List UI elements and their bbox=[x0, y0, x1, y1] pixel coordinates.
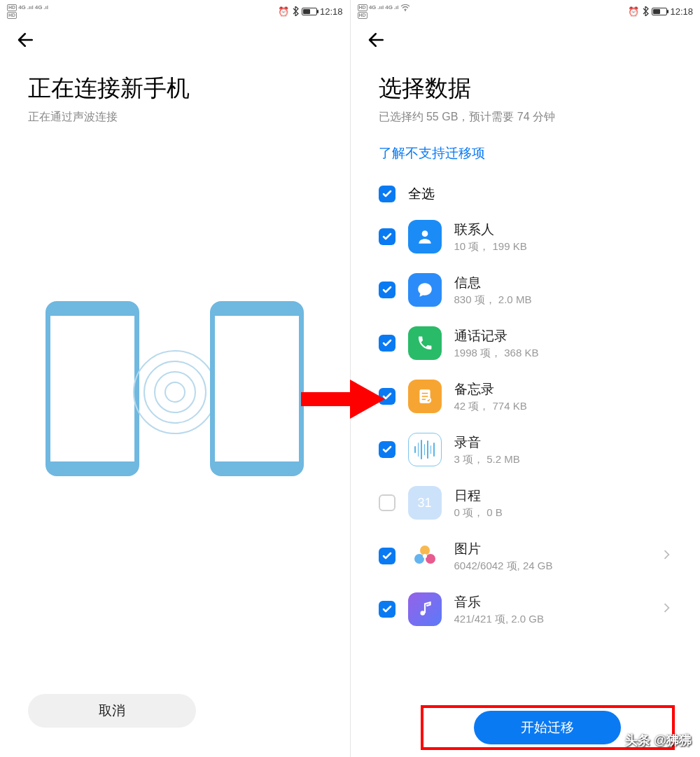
status-right: ⏰ 12:18 bbox=[628, 6, 693, 17]
alarm-icon: ⏰ bbox=[278, 6, 289, 17]
screen-connecting: HD 4G .ııl 4G .ıl HD ⏰ 12:18 正在连接 bbox=[0, 0, 351, 757]
item-info: 音乐421/421 项, 2.0 GB bbox=[454, 593, 650, 626]
item-checkbox[interactable] bbox=[379, 441, 396, 458]
status-left: HD 4G .ııl 4G .ıl HD bbox=[7, 4, 48, 19]
chevron-right-icon bbox=[662, 550, 672, 562]
net-label-2: 4G bbox=[35, 4, 43, 11]
item-sub: 1998 项， 368 KB bbox=[454, 347, 673, 360]
checkmark-icon bbox=[382, 338, 393, 349]
item-checkbox[interactable] bbox=[379, 228, 396, 245]
phone-new-icon bbox=[210, 301, 304, 476]
data-item-row[interactable]: 音乐421/421 项, 2.0 GB bbox=[379, 583, 673, 636]
item-title: 备忘录 bbox=[454, 380, 673, 398]
signal-icon-1: .ııl bbox=[27, 4, 34, 11]
data-items-list: 联系人10 项， 199 KB信息830 项， 2.0 MB通话记录1998 项… bbox=[351, 210, 701, 706]
messages-icon bbox=[408, 273, 442, 307]
cancel-button[interactable]: 取消 bbox=[28, 694, 196, 728]
connecting-illustration bbox=[0, 301, 350, 511]
data-item-row[interactable]: 图片6042/6042 项, 24 GB bbox=[379, 529, 673, 583]
item-title: 联系人 bbox=[454, 221, 673, 239]
item-title: 音乐 bbox=[454, 593, 650, 611]
select-all-label: 全选 bbox=[408, 185, 435, 203]
status-bar: HD 4G .ııl 4G .ıl HD ⏰ 12:18 bbox=[351, 0, 701, 20]
back-button[interactable] bbox=[351, 20, 390, 59]
status-left: HD 4G .ııl 4G .ıl HD bbox=[358, 4, 410, 19]
data-item-row[interactable]: 联系人10 项， 199 KB bbox=[379, 210, 673, 263]
hd-badge-2: HD bbox=[358, 12, 368, 19]
page-subtitle: 已选择约 55 GB，预计需要 74 分钟 bbox=[379, 110, 673, 125]
data-item-row[interactable]: 备忘录42 项， 774 KB bbox=[379, 370, 673, 423]
music-icon bbox=[408, 592, 442, 626]
item-info: 联系人10 项， 199 KB bbox=[454, 221, 673, 254]
select-all-row[interactable]: 全选 bbox=[351, 168, 701, 210]
item-title: 日程 bbox=[454, 487, 673, 505]
select-all-checkbox[interactable] bbox=[379, 186, 396, 202]
screen-select-data: HD 4G .ııl 4G .ıl HD ⏰ 12:18 bbox=[351, 0, 701, 757]
unsupported-items-link[interactable]: 了解不支持迁移项 bbox=[351, 132, 701, 168]
item-sub: 3 项， 5.2 MB bbox=[454, 453, 673, 466]
item-checkbox[interactable] bbox=[379, 548, 396, 564]
item-info: 信息830 项， 2.0 MB bbox=[454, 274, 673, 307]
net-label-2: 4G bbox=[385, 4, 393, 11]
item-sub: 0 项， 0 B bbox=[454, 506, 673, 520]
item-info: 图片6042/6042 项, 24 GB bbox=[454, 540, 650, 573]
checkmark-icon bbox=[382, 550, 393, 562]
item-checkbox[interactable] bbox=[379, 601, 396, 618]
svg-point-7 bbox=[420, 546, 430, 555]
calendar-icon: 31 bbox=[408, 486, 442, 520]
checkmark-icon bbox=[382, 284, 393, 296]
item-title: 图片 bbox=[454, 540, 650, 558]
alarm-icon: ⏰ bbox=[628, 6, 639, 17]
net-label-1: 4G bbox=[369, 4, 377, 11]
hd-badge-1: HD bbox=[7, 4, 17, 11]
page-title: 选择数据 bbox=[379, 73, 673, 104]
bluetooth-icon bbox=[292, 6, 299, 16]
chevron-right-icon bbox=[662, 603, 672, 616]
checkmark-icon bbox=[382, 188, 393, 200]
contacts-icon bbox=[408, 220, 442, 254]
recordings-icon bbox=[408, 433, 442, 466]
item-checkbox[interactable] bbox=[379, 335, 396, 352]
start-migration-button[interactable]: 开始迁移 bbox=[474, 711, 621, 744]
memo-icon bbox=[408, 380, 442, 413]
data-item-row[interactable]: 31日程0 项， 0 B bbox=[379, 476, 673, 529]
call-log-icon bbox=[408, 326, 442, 360]
sound-wave-icon bbox=[140, 364, 210, 420]
back-button[interactable] bbox=[0, 20, 39, 59]
data-item-row[interactable]: 信息830 项， 2.0 MB bbox=[379, 263, 673, 317]
page-title: 正在连接新手机 bbox=[28, 73, 322, 104]
status-right: ⏰ 12:18 bbox=[278, 6, 343, 17]
status-bar: HD 4G .ııl 4G .ıl HD ⏰ 12:18 bbox=[0, 0, 350, 20]
item-title: 录音 bbox=[454, 433, 673, 452]
item-sub: 10 项， 199 KB bbox=[454, 240, 673, 254]
signal-icon-2: .ıl bbox=[394, 4, 399, 11]
checkmark-icon bbox=[382, 604, 393, 615]
item-sub: 421/421 项, 2.0 GB bbox=[454, 613, 650, 626]
photos-icon bbox=[408, 539, 442, 573]
battery-icon bbox=[652, 8, 667, 15]
page-subtitle: 正在通过声波连接 bbox=[28, 110, 322, 125]
net-label-1: 4G bbox=[18, 4, 26, 11]
item-checkbox[interactable] bbox=[379, 282, 396, 298]
red-arrow-icon bbox=[301, 378, 385, 420]
checkmark-icon bbox=[382, 231, 393, 242]
watermark-text: 头条 @狒狒 bbox=[625, 732, 692, 749]
item-info: 录音3 项， 5.2 MB bbox=[454, 433, 673, 466]
item-title: 信息 bbox=[454, 274, 673, 292]
data-item-row[interactable]: 录音3 项， 5.2 MB bbox=[379, 423, 673, 476]
wifi-icon bbox=[400, 4, 410, 11]
back-arrow-icon bbox=[15, 29, 36, 50]
data-item-row[interactable]: 通话记录1998 项， 368 KB bbox=[379, 317, 673, 370]
status-time: 12:18 bbox=[670, 6, 693, 17]
item-checkbox[interactable] bbox=[379, 494, 396, 511]
item-info: 备忘录42 项， 774 KB bbox=[454, 380, 673, 413]
item-sub: 6042/6042 项, 24 GB bbox=[454, 560, 650, 573]
svg-point-10 bbox=[423, 554, 427, 558]
svg-point-8 bbox=[426, 554, 435, 564]
svg-point-0 bbox=[405, 10, 406, 11]
hd-badge-2: HD bbox=[7, 12, 17, 19]
battery-icon bbox=[302, 8, 317, 15]
item-info: 日程0 项， 0 B bbox=[454, 487, 673, 520]
item-title: 通话记录 bbox=[454, 327, 673, 345]
phone-old-icon bbox=[46, 301, 139, 476]
